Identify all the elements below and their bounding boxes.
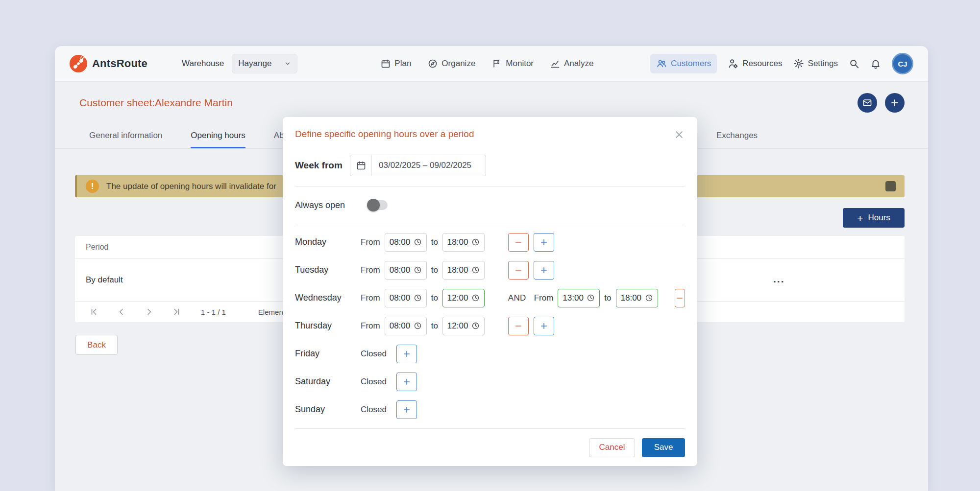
save-button[interactable]: Save: [642, 438, 685, 457]
warehouse-label: Warehouse: [182, 59, 224, 69]
time-to-input[interactable]: 18:00: [442, 261, 485, 280]
time-to-input[interactable]: 12:00: [442, 289, 485, 307]
add-slot-button[interactable]: [534, 233, 554, 252]
remove-slot-button[interactable]: [508, 317, 529, 335]
people-icon: [656, 58, 667, 69]
tab-general-information[interactable]: General information: [89, 124, 162, 148]
time-value: 12:00: [447, 321, 468, 331]
gear-icon: [793, 58, 804, 69]
next-page-button[interactable]: [144, 307, 154, 317]
cancel-button[interactable]: Cancel: [589, 438, 635, 457]
to-label: to: [604, 293, 611, 303]
to-label: to: [431, 265, 438, 275]
envelope-icon: [862, 98, 872, 108]
from-label: From: [361, 237, 380, 247]
remove-slot-button[interactable]: [675, 289, 685, 307]
nav-item-customers[interactable]: Customers: [650, 54, 717, 73]
remove-slot-button[interactable]: [508, 233, 529, 252]
tab-exchanges[interactable]: Exchanges: [716, 124, 758, 148]
add-slot-button[interactable]: [396, 373, 417, 391]
date-range-picker[interactable]: 03/02/2025 – 09/02/2025: [350, 155, 486, 176]
chevron-down-icon: [284, 60, 291, 67]
avatar[interactable]: CJ: [892, 53, 913, 74]
compass-icon: [428, 59, 438, 69]
always-open-toggle[interactable]: [368, 200, 388, 210]
add-button[interactable]: [885, 93, 905, 113]
date-range-value: 03/02/2025 – 09/02/2025: [372, 161, 478, 170]
add-hours-button[interactable]: + Hours: [843, 208, 905, 228]
add-slot-button[interactable]: [534, 317, 554, 335]
time-to-input[interactable]: 18:00: [616, 289, 658, 307]
nav-item-plan[interactable]: Plan: [381, 59, 411, 69]
back-button[interactable]: Back: [75, 335, 118, 355]
top-navbar: AntsRoute Warehouse Hayange Plan: [55, 46, 928, 82]
from-label: From: [361, 293, 380, 303]
add-slot-button[interactable]: [534, 261, 554, 280]
tab-label: Exchanges: [716, 131, 758, 140]
time-value: 18:00: [447, 237, 468, 247]
to-label: to: [431, 237, 438, 247]
calendar-icon: [350, 155, 372, 176]
period-cell: By default: [86, 275, 123, 285]
add-slot-button[interactable]: [396, 345, 417, 363]
modal-header: Define specific opening hours over a per…: [295, 117, 685, 142]
pagination-range: 1 - 1 / 1: [201, 308, 226, 316]
flag-icon: [492, 59, 502, 69]
time-value: 08:00: [390, 321, 411, 331]
nav-item-resources[interactable]: Resources: [728, 58, 782, 69]
from-label: From: [534, 293, 554, 303]
to-label: to: [431, 321, 438, 331]
calendar-icon: [381, 59, 391, 69]
last-page-button[interactable]: [172, 307, 181, 317]
tab-label: General information: [89, 131, 162, 140]
previous-page-button[interactable]: [117, 307, 126, 317]
nav-item-monitor[interactable]: Monitor: [492, 59, 534, 69]
toggle-knob: [367, 199, 380, 211]
closed-label: Closed: [361, 405, 387, 415]
mail-button[interactable]: [858, 93, 877, 113]
nav-item-analyze[interactable]: Analyze: [550, 59, 593, 69]
clock-icon: [414, 266, 422, 274]
time-to-input[interactable]: 18:00: [442, 233, 485, 252]
first-page-button[interactable]: [89, 307, 99, 317]
from-label: From: [361, 321, 380, 331]
day-label: Sunday: [295, 404, 361, 415]
tab-opening-hours[interactable]: Opening hours: [191, 124, 245, 148]
and-label: AND: [508, 293, 526, 303]
nav-item-organize[interactable]: Organize: [428, 59, 475, 69]
time-from-input[interactable]: 08:00: [385, 233, 427, 252]
add-slot-button[interactable]: [396, 400, 417, 419]
time-value: 18:00: [621, 293, 642, 303]
row-actions-menu[interactable]: ...: [773, 273, 785, 285]
brand-logo[interactable]: AntsRoute: [70, 55, 147, 72]
nav-label: Plan: [394, 59, 411, 69]
week-from-row: Week from 03/02/2025 – 09/02/2025: [295, 155, 685, 176]
clock-icon: [471, 266, 480, 274]
opening-hours-modal: Define specific opening hours over a per…: [283, 117, 697, 466]
tab-label: Opening hours: [191, 131, 245, 140]
time-from-input[interactable]: 08:00: [385, 289, 427, 307]
day-label: Wednesday: [295, 293, 361, 303]
nav-item-settings[interactable]: Settings: [793, 58, 838, 69]
close-icon[interactable]: [673, 129, 685, 142]
clock-icon: [471, 238, 480, 246]
clock-icon: [471, 322, 480, 330]
time-value: 18:00: [447, 265, 468, 275]
modal-title: Define specific opening hours over a per…: [295, 129, 474, 140]
time-from-input[interactable]: 08:00: [385, 317, 427, 335]
page-title: Customer sheet:Alexandre Martin: [79, 97, 233, 109]
antsroute-logo-icon: [70, 55, 87, 72]
time-from-input[interactable]: 13:00: [558, 289, 600, 307]
time-from-input[interactable]: 08:00: [385, 261, 427, 280]
warning-icon: !: [86, 180, 99, 193]
day-label: Monday: [295, 237, 361, 247]
always-open-row: Always open: [295, 187, 685, 224]
day-row-friday: Friday Closed: [295, 340, 685, 368]
time-to-input[interactable]: 12:00: [442, 317, 485, 335]
search-icon[interactable]: [849, 58, 859, 69]
remove-slot-button[interactable]: [508, 261, 529, 280]
warehouse-select[interactable]: Hayange: [232, 54, 297, 73]
bell-icon[interactable]: [870, 58, 881, 69]
banner-action-button[interactable]: [885, 181, 896, 191]
modal-footer: Cancel Save: [295, 428, 685, 466]
